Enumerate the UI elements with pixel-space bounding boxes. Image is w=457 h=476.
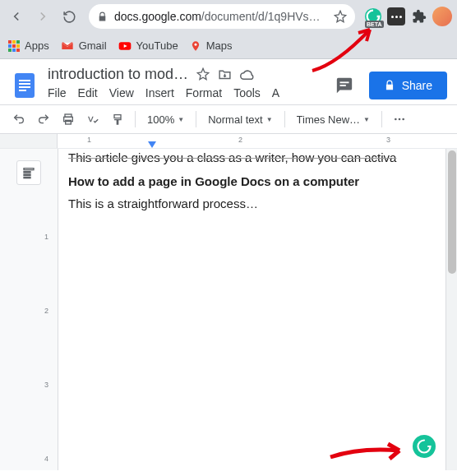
share-button[interactable]: Share (369, 72, 447, 99)
menu-file[interactable]: File (48, 86, 67, 99)
docs-logo[interactable] (10, 71, 39, 100)
maps-icon (190, 39, 201, 53)
bookmark-star-icon[interactable] (334, 10, 347, 23)
menu-insert[interactable]: Insert (145, 86, 174, 99)
grammarly-extension-icon[interactable]: BETA (363, 7, 383, 26)
style-value: Normal text (208, 113, 262, 126)
maps-bookmark[interactable]: Maps (190, 39, 233, 53)
separator (381, 111, 382, 127)
chevron-down-icon: ▼ (266, 116, 273, 123)
move-folder-icon[interactable] (218, 67, 232, 81)
menu-bar: File Edit View Insert Format Tools A (48, 83, 321, 104)
chevron-down-icon: ▼ (178, 116, 184, 123)
body-text: This is a straightforward process… (68, 196, 436, 210)
youtube-icon (118, 39, 132, 53)
lock-icon (384, 80, 395, 91)
address-bar[interactable]: docs.google.com/document/d/1q9HVs… (89, 4, 355, 29)
svg-rect-7 (19, 90, 26, 91)
gmail-bookmark[interactable]: Gmail (61, 39, 107, 53)
menu-tools[interactable]: Tools (233, 86, 261, 99)
svg-rect-4 (19, 80, 30, 81)
svg-point-13 (395, 118, 397, 121)
vruler-mark: 2 (44, 307, 48, 315)
profile-avatar[interactable] (432, 7, 452, 26)
separator (284, 111, 285, 127)
menu-edit[interactable]: Edit (78, 86, 98, 99)
ruler-mark: 3 (386, 136, 390, 144)
vruler-mark: 4 (44, 455, 48, 463)
svg-rect-19 (24, 177, 30, 178)
extensions-puzzle-icon[interactable] (409, 7, 429, 26)
svg-point-14 (399, 118, 401, 121)
chevron-down-icon: ▼ (363, 116, 370, 123)
gmail-icon (61, 39, 74, 53)
paint-format-button[interactable] (107, 109, 128, 130)
zoom-value: 100% (147, 113, 174, 126)
apps-label: Apps (25, 39, 49, 52)
grammarly-floating-button[interactable] (413, 435, 436, 458)
more-toolbar-button[interactable] (389, 109, 410, 130)
separator (135, 111, 136, 127)
vertical-ruler[interactable]: 1 2 3 4 (49, 149, 58, 470)
font-dropdown[interactable]: Times New…▼ (292, 109, 375, 130)
apps-grid-icon (8, 40, 20, 52)
back-button[interactable] (5, 5, 28, 28)
menu-format[interactable]: Format (186, 86, 222, 99)
indent-marker-icon[interactable] (148, 141, 156, 148)
svg-rect-17 (24, 172, 30, 173)
svg-point-15 (402, 118, 404, 121)
menu-addons[interactable]: A (272, 86, 279, 99)
ruler-mark: 2 (238, 136, 242, 144)
separator (196, 111, 196, 127)
lock-icon (97, 12, 108, 22)
cloud-status-icon[interactable] (240, 67, 255, 82)
maps-label: Maps (206, 39, 233, 52)
reload-button[interactable] (58, 5, 81, 28)
body-heading: How to add a page in Google Docs on a co… (68, 174, 436, 188)
svg-rect-9 (339, 85, 345, 86)
body-text: This article gives you a class as a writ… (68, 150, 436, 164)
scrollbar-thumb[interactable] (448, 150, 456, 274)
svg-point-2 (194, 43, 196, 45)
gmail-label: Gmail (79, 39, 107, 52)
document-title[interactable]: introduction to mod… (48, 66, 188, 83)
outline-toggle-button[interactable] (16, 160, 41, 185)
forward-button[interactable] (31, 5, 54, 28)
menu-view[interactable]: View (109, 86, 134, 99)
comment-history-button[interactable] (330, 71, 359, 100)
zoom-dropdown[interactable]: 100%▼ (142, 109, 189, 130)
undo-button[interactable] (8, 109, 30, 130)
toolbar: 100%▼ Normal text▼ Times New…▼ (0, 105, 457, 134)
horizontal-ruler[interactable]: 1 2 3 (0, 134, 457, 149)
svg-rect-18 (24, 174, 30, 175)
svg-rect-16 (24, 169, 34, 170)
extension-dark-icon[interactable] (386, 7, 406, 26)
svg-rect-8 (339, 81, 349, 83)
apps-shortcut[interactable]: Apps (8, 39, 49, 52)
youtube-bookmark[interactable]: YouTube (118, 39, 178, 53)
star-icon[interactable] (196, 67, 210, 81)
vertical-scrollbar[interactable] (445, 149, 457, 470)
font-value: Times New… (297, 113, 361, 126)
share-label: Share (402, 79, 432, 92)
spellcheck-button[interactable] (82, 109, 104, 130)
redo-button[interactable] (33, 109, 54, 130)
svg-rect-5 (19, 83, 30, 85)
style-dropdown[interactable]: Normal text▼ (203, 109, 277, 130)
vruler-mark: 3 (44, 381, 48, 389)
url-text: docs.google.com/document/d/1q9HVs… (114, 10, 327, 23)
svg-rect-3 (15, 73, 35, 98)
print-button[interactable] (58, 109, 79, 130)
svg-rect-6 (19, 86, 30, 88)
beta-badge: BETA (365, 21, 384, 28)
document-page[interactable]: This article gives you a class as a writ… (58, 149, 445, 470)
vruler-mark: 1 (44, 233, 48, 241)
youtube-label: YouTube (136, 39, 178, 52)
ruler-mark: 1 (87, 136, 91, 144)
